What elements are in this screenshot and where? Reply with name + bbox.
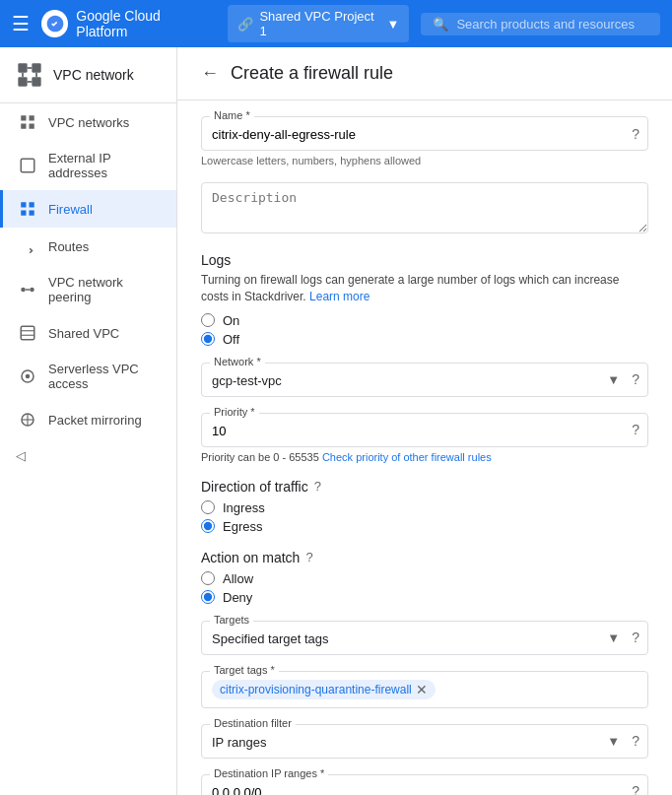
name-field-wrapper: Name * ?: [201, 116, 648, 151]
gcp-logo-text: Google Cloud Platform: [76, 8, 212, 39]
logs-section: Logs Turning on firewall logs can genera…: [201, 252, 648, 347]
firewall-label: Firewall: [48, 202, 93, 217]
action-deny-option[interactable]: Deny: [201, 590, 648, 605]
project-selector[interactable]: 🔗 Shared VPC Project 1 ▼: [228, 5, 409, 42]
dest-ip-help-icon[interactable]: ?: [632, 783, 639, 795]
packet-mirroring-icon: [19, 411, 36, 429]
priority-input[interactable]: [202, 414, 647, 446]
action-allow-radio[interactable]: [201, 571, 215, 585]
sidebar-item-routes[interactable]: Routes: [0, 228, 176, 265]
sidebar-header: VPC network: [0, 47, 176, 103]
action-section: Action on match ? Allow Deny: [201, 550, 648, 605]
hamburger-menu-icon[interactable]: ☰: [12, 12, 30, 35]
description-input[interactable]: [201, 182, 648, 233]
routes-icon: [19, 237, 36, 255]
network-select[interactable]: gcp-test-vpc: [202, 364, 647, 396]
sidebar-item-packet-mirroring[interactable]: Packet mirroring: [0, 401, 176, 438]
action-radio-group: Allow Deny: [201, 571, 648, 605]
direction-section: Direction of traffic ? Ingress Egress: [201, 479, 648, 534]
priority-help-icon[interactable]: ?: [632, 422, 639, 437]
project-label: Shared VPC Project 1: [259, 9, 380, 38]
target-tags-section: Target tags * citrix-provisioning-quaran…: [201, 671, 648, 708]
targets-select[interactable]: Specified target tags: [202, 622, 647, 654]
sidebar-item-vpc-networks[interactable]: VPC networks: [0, 103, 176, 141]
top-navbar: ☰ Google Cloud Platform 🔗 Shared VPC Pro…: [0, 0, 672, 47]
project-dropdown-icon: ▼: [387, 17, 400, 32]
direction-help-icon[interactable]: ?: [314, 479, 321, 494]
priority-section: Priority * ? Priority can be 0 - 65535 C…: [201, 413, 648, 463]
routes-label: Routes: [48, 239, 89, 254]
action-deny-radio[interactable]: [201, 590, 215, 604]
sidebar-item-shared-vpc[interactable]: Shared VPC: [0, 314, 176, 352]
target-tags-label: Target tags *: [210, 664, 279, 676]
direction-egress-radio[interactable]: [201, 519, 215, 533]
svg-rect-14: [30, 202, 34, 207]
direction-egress-option[interactable]: Egress: [201, 519, 648, 534]
targets-help-icon[interactable]: ?: [632, 629, 639, 645]
logs-off-option[interactable]: Off: [201, 332, 648, 347]
search-input[interactable]: [456, 17, 648, 32]
sidebar: VPC network VPC networks External IP add…: [0, 47, 177, 795]
logs-on-radio[interactable]: [201, 313, 215, 327]
target-tags-input[interactable]: citrix-provisioning-quarantine-firewall …: [202, 672, 647, 707]
logs-off-label: Off: [223, 332, 239, 347]
shared-vpc-label: Shared VPC: [48, 326, 119, 341]
svg-rect-12: [21, 159, 34, 172]
name-input[interactable]: [202, 117, 647, 150]
priority-link[interactable]: Check priority of other firewall rules: [322, 451, 492, 463]
sidebar-collapse-button[interactable]: ◁: [0, 438, 176, 473]
firewall-icon: [19, 200, 36, 218]
sidebar-item-external-ip[interactable]: External IP addresses: [0, 141, 176, 190]
name-section: Name * ? Lowercase letters, numbers, hyp…: [201, 116, 648, 166]
dest-filter-help-icon[interactable]: ?: [632, 733, 639, 749]
tag-citrix: citrix-provisioning-quarantine-firewall …: [212, 680, 436, 699]
search-icon: 🔍: [433, 17, 448, 32]
vpc-networks-label: VPC networks: [48, 115, 129, 130]
vpc-peering-icon: [19, 281, 36, 298]
gcp-icon: [41, 10, 68, 37]
vpc-peering-label: VPC network peering: [48, 275, 161, 304]
svg-rect-3: [32, 77, 40, 86]
direction-title: Direction of traffic: [201, 479, 308, 495]
action-allow-option[interactable]: Allow: [201, 571, 648, 586]
logs-learn-more-link[interactable]: Learn more: [309, 290, 370, 303]
sidebar-item-serverless-vpc[interactable]: Serverless VPC access: [0, 352, 176, 401]
targets-label: Targets: [210, 614, 253, 626]
main-content: ← Create a firewall rule Name * ? Lowerc…: [177, 47, 672, 795]
name-help-icon[interactable]: ?: [632, 126, 639, 142]
direction-ingress-radio[interactable]: [201, 500, 215, 514]
tag-citrix-label: citrix-provisioning-quarantine-firewall: [220, 683, 412, 696]
priority-label: Priority *: [210, 406, 259, 418]
dest-ip-section: Destination IP ranges * ?: [201, 774, 648, 795]
tag-remove-icon[interactable]: ✕: [416, 682, 428, 697]
back-button[interactable]: ←: [201, 63, 219, 84]
search-bar[interactable]: 🔍: [421, 13, 660, 35]
dest-ip-field-wrapper: Destination IP ranges * ?: [201, 774, 648, 795]
logs-on-option[interactable]: On: [201, 313, 648, 328]
targets-field-wrapper: Targets Specified target tags ▼ ?: [201, 621, 648, 655]
direction-ingress-option[interactable]: Ingress: [201, 500, 648, 515]
form-content: Name * ? Lowercase letters, numbers, hyp…: [177, 100, 672, 795]
dest-filter-select[interactable]: IP ranges: [202, 725, 647, 758]
svg-rect-15: [21, 211, 26, 216]
dest-ip-label: Destination IP ranges *: [210, 767, 328, 779]
svg-rect-10: [21, 124, 26, 129]
svg-rect-8: [21, 115, 26, 120]
logs-desc: Turning on firewall logs can generate a …: [201, 272, 648, 305]
svg-rect-20: [21, 326, 34, 340]
packet-mirroring-label: Packet mirroring: [48, 413, 142, 428]
sidebar-item-firewall[interactable]: Firewall: [0, 190, 176, 228]
priority-hint: Priority can be 0 - 65535 Check priority…: [201, 451, 648, 463]
network-label: Network *: [210, 356, 265, 367]
logs-off-radio[interactable]: [201, 332, 215, 346]
action-title: Action on match: [201, 550, 300, 565]
sidebar-title: VPC network: [53, 67, 134, 83]
svg-rect-11: [30, 124, 34, 129]
svg-point-24: [26, 374, 31, 379]
sidebar-item-vpc-peering[interactable]: VPC network peering: [0, 265, 176, 314]
svg-rect-16: [30, 211, 34, 216]
serverless-vpc-icon: [19, 367, 36, 385]
priority-field-wrapper: Priority * ?: [201, 413, 648, 447]
network-help-icon[interactable]: ?: [632, 371, 639, 387]
action-help-icon[interactable]: ?: [305, 550, 312, 564]
